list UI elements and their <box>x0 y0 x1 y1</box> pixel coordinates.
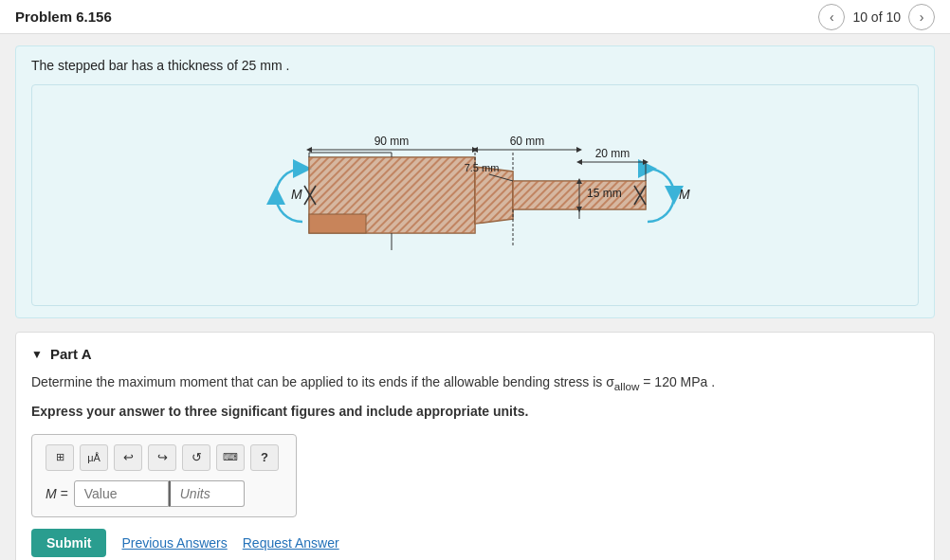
part-a-section: ▼ Part A Determine the maximum moment th… <box>15 332 935 560</box>
svg-text:60 mm: 60 mm <box>510 135 545 148</box>
svg-text:M: M <box>291 187 302 202</box>
problem-description: The stepped bar has a thickness of 25 mm… <box>15 45 935 318</box>
diagram-svg: 90 mm 60 mm 7.5 mm 20 mm 15 mm <box>247 100 703 290</box>
units-input[interactable] <box>169 480 245 507</box>
question-text: Determine the maximum moment that can be… <box>31 374 614 389</box>
problem-title: Problem 6.156 <box>15 9 112 25</box>
main-content: The stepped bar has a thickness of 25 mm… <box>0 34 950 560</box>
part-instruction: Express your answer to three significant… <box>31 401 919 422</box>
refresh-icon: ↺ <box>192 450 202 464</box>
svg-text:15 mm: 15 mm <box>587 187 622 200</box>
previous-answers-button[interactable]: Previous Answers <box>121 535 227 551</box>
undo-button[interactable]: ↩ <box>114 444 142 471</box>
part-title: Part A <box>50 346 92 362</box>
refresh-button[interactable]: ↺ <box>182 444 210 471</box>
request-answer-button[interactable]: Request Answer <box>243 535 339 551</box>
page-count: 10 of 10 <box>852 9 901 25</box>
svg-text:7.5 mm: 7.5 mm <box>465 162 500 173</box>
part-question: Determine the maximum moment that can be… <box>31 371 919 395</box>
help-button[interactable]: ? <box>250 444 279 471</box>
help-icon: ? <box>261 450 268 464</box>
undo-icon: ↩ <box>123 450 134 464</box>
part-header: ▼ Part A <box>31 346 919 362</box>
stress-subscript: allow <box>614 374 640 389</box>
stress-value: = 120 MPa . <box>639 374 715 389</box>
mu-button[interactable]: μÅ <box>80 444 108 471</box>
prev-button[interactable]: ‹ <box>818 4 845 30</box>
input-row: M = <box>46 480 283 507</box>
m-label: M = <box>46 483 68 504</box>
next-button[interactable]: › <box>908 4 935 30</box>
toolbar: ⊞ μÅ ↩ ↪ ↺ ⌨ <box>46 444 283 471</box>
top-bar: Problem 6.156 ‹ 10 of 10 › <box>0 0 950 34</box>
diagram: 90 mm 60 mm 7.5 mm 20 mm 15 mm <box>247 100 703 290</box>
svg-text:M: M <box>679 187 690 202</box>
format-button[interactable]: ⊞ <box>46 444 74 471</box>
redo-button[interactable]: ↪ <box>148 444 176 471</box>
bottom-actions: Submit Previous Answers Request Answer <box>31 529 919 557</box>
part-body: Determine the maximum moment that can be… <box>31 371 919 557</box>
svg-rect-3 <box>309 214 366 233</box>
keyboard-icon: ⌨ <box>223 451 238 463</box>
description-text: The stepped bar has a thickness of 25 mm… <box>31 58 919 73</box>
format-icon: ⊞ <box>56 451 64 463</box>
diagram-box: 90 mm 60 mm 7.5 mm 20 mm 15 mm <box>31 84 919 306</box>
keyboard-button[interactable]: ⌨ <box>216 444 245 471</box>
answer-box: ⊞ μÅ ↩ ↪ ↺ ⌨ <box>31 434 297 517</box>
redo-icon: ↪ <box>157 450 168 464</box>
value-input[interactable] <box>74 480 169 507</box>
svg-text:20 mm: 20 mm <box>595 147 630 160</box>
collapse-icon[interactable]: ▼ <box>31 348 43 361</box>
svg-text:90 mm: 90 mm <box>375 135 410 148</box>
mu-icon: μÅ <box>87 452 100 463</box>
submit-button[interactable]: Submit <box>31 529 106 557</box>
navigation: ‹ 10 of 10 › <box>818 4 935 30</box>
